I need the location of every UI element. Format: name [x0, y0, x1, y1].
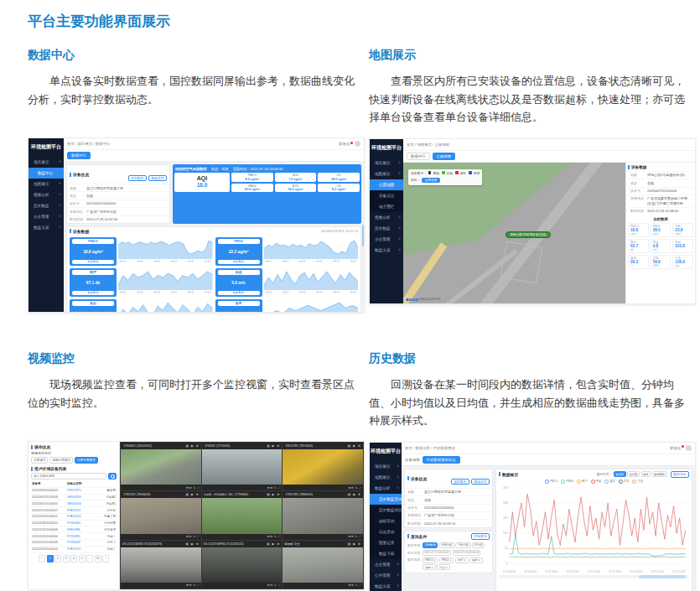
video-feed[interactable] — [202, 498, 283, 533]
chart-scrollbar-thumb[interactable] — [639, 575, 686, 578]
video-feed[interactable] — [283, 547, 363, 583]
data-type-button[interactable]: 小时均值 — [455, 542, 470, 548]
sidebar-item[interactable]: 电子围栏 — [370, 201, 403, 212]
data-pick-dropdown[interactable]: PM10 ∨ — [439, 557, 454, 563]
sidebar-item[interactable]: 地图展示˅ — [29, 179, 64, 189]
table-row[interactable]: 2021051101100008F7284649莞中二 — [31, 540, 117, 547]
page-button[interactable]: 5 — [79, 555, 86, 562]
data-type-button[interactable]: 实时数据 — [423, 542, 438, 548]
page-button[interactable]: 1 — [47, 555, 54, 562]
sidebar-item[interactable]: 设备点位 — [370, 190, 403, 201]
sidebar-item[interactable]: 数据分析˅ — [370, 483, 402, 494]
video-tile[interactable]: DS-2CD3T46FWD-I3 (5D345232)▤ ▶ ⊕标清↻⤢ — [202, 541, 283, 588]
date-to-input[interactable]: 2021-07-26 00:00:00 — [453, 550, 481, 556]
camera-video-zoom-icons[interactable]: ▤ ▶ ⊕ — [348, 444, 361, 448]
camera-video-zoom-icons[interactable]: ▤ ▶ ⊕ — [185, 493, 199, 496]
fullscreen-icon[interactable]: ⤢ — [197, 535, 200, 538]
page-button[interactable]: ‹ — [39, 555, 45, 562]
sidebar-item[interactable]: 项目展示˅ — [370, 158, 403, 168]
refresh-icon[interactable]: ↻ — [193, 486, 195, 490]
video-feed[interactable] — [121, 498, 201, 533]
video-feed[interactable] — [283, 498, 363, 533]
more-data-button[interactable]: 更多数据 — [218, 260, 260, 264]
fullscreen-icon[interactable]: ⤢ — [278, 486, 281, 490]
tab-data-center[interactable]: 数据中心 — [67, 152, 91, 159]
fullscreen-icon[interactable]: ⤢ — [197, 583, 200, 587]
camera-video-zoom-icons[interactable]: ▤ ▶ ⊕ — [348, 542, 361, 546]
refresh-icon[interactable]: ↻ — [274, 583, 277, 587]
dc-userbox[interactable]: 管理员 — [339, 141, 360, 147]
tab-active[interactable]: 公园地图 — [433, 153, 456, 160]
action-button[interactable]: 视频监控 — [471, 479, 490, 485]
more-data-button[interactable]: 更多数据 — [218, 291, 260, 295]
refresh-icon[interactable]: ↻ — [274, 535, 277, 538]
table-row[interactable]: 2021052801100001F7284463莞对外围 — [31, 521, 117, 527]
camera-video-zoom-icons[interactable]: ▤ ▶ ⊕ — [185, 444, 199, 448]
camera-video-zoom-icons[interactable]: ▤ ▶ ⊕ — [267, 493, 280, 496]
action-button[interactable]: 视频监控 — [148, 175, 167, 181]
table-row[interactable]: 2021060701100005GE564623内蒙B1 — [31, 500, 117, 507]
refresh-icon[interactable]: ↻ — [355, 583, 358, 587]
data-pick-dropdown[interactable]: 温度 ∨ — [469, 557, 483, 563]
legend-item[interactable]: PM10 — [561, 480, 573, 484]
legend-item[interactable]: 风速 — [591, 480, 602, 484]
camera-video-zoom-icons[interactable]: ▤ ▶ ⊕ — [348, 493, 361, 496]
page-button[interactable]: 3 — [63, 555, 70, 562]
sidebar-item[interactable]: 数据大屏˅ — [29, 222, 64, 233]
avatar[interactable] — [355, 141, 360, 147]
search-button[interactable] — [108, 473, 117, 480]
camera-video-zoom-icons[interactable]: ▤ ▶ ⊕ — [267, 542, 280, 546]
start-query-button[interactable]: 开始查询 — [471, 533, 490, 540]
display-mode-button[interactable]: 曲线图 — [614, 471, 626, 477]
sidebar-item[interactable]: 公共管理˅ — [370, 570, 402, 581]
all-devices-button[interactable]: 全部设备 — [422, 178, 439, 183]
video-feed[interactable] — [202, 547, 283, 583]
camera-video-zoom-icons[interactable]: ▤ ▶ ⊕ — [267, 444, 280, 448]
dc-scrollbar[interactable] — [362, 225, 364, 246]
camera-video-zoom-icons[interactable]: ▤ ▶ ⊕ — [185, 542, 199, 546]
sidebar-item[interactable]: 公园地图 — [370, 179, 403, 190]
page-button[interactable]: 2 — [54, 555, 61, 562]
sidebar-item[interactable]: 历史数据对比 — [370, 505, 402, 516]
sidebar-item[interactable]: 地图展示˅ — [370, 168, 403, 179]
data-type-button[interactable]: 日均值 — [472, 542, 485, 548]
sidebar-item[interactable]: 报警记录 — [370, 537, 402, 548]
table-row[interactable]: 2021040101100001F7B12403中建三局 — [31, 514, 117, 521]
map-device-marker[interactable]: 湿地公园1号监测设备(在线) — [506, 231, 551, 238]
action-button[interactable]: 历史数据 — [128, 175, 147, 181]
sidebar-item[interactable]: 企业管理˅ — [370, 559, 402, 570]
refresh-icon[interactable]: ↻ — [274, 486, 277, 490]
fullscreen-icon[interactable]: ⤢ — [278, 583, 281, 587]
date-from-input[interactable]: 2021-07-19 00:00:00 — [423, 550, 451, 556]
page-button[interactable]: 15 — [95, 555, 101, 562]
data-pick-dropdown[interactable]: 噪声 ∨ — [455, 557, 469, 563]
refresh-icon[interactable]: ↻ — [193, 583, 195, 587]
video-tile[interactable]: 【784745】(78084034)▤ ▶ ⊕标清↻⤢ — [121, 491, 201, 539]
table-row[interactable]: 2021060701100008GE564563内蒙A2 — [31, 495, 117, 501]
sidebar-item[interactable]: 视频分析˅ — [370, 212, 403, 223]
layout-mode-button[interactable]: 九屏分屏模式 — [75, 457, 98, 464]
fullscreen-icon[interactable]: ⤢ — [359, 486, 361, 490]
fullscreen-icon[interactable]: ⤢ — [278, 535, 281, 538]
legend-item[interactable]: 气压 — [632, 480, 643, 484]
refresh-icon[interactable]: ↻ — [355, 486, 358, 490]
legend-item[interactable]: 温度 — [604, 480, 615, 484]
data-pick-dropdown[interactable]: 气压 ∨ — [437, 564, 450, 570]
more-data-button[interactable]: 更多数据 — [72, 291, 114, 295]
video-tile[interactable]: 南国豪门(王)▤ ▶ ⊕标清↻⤢ — [283, 541, 363, 588]
avatar[interactable] — [686, 445, 692, 451]
sidebar-item[interactable]: 超标查询 — [370, 516, 402, 526]
display-mode-button[interactable]: 表格 — [641, 471, 651, 477]
data-pick-dropdown[interactable]: PM2.5 ∨ — [423, 557, 438, 563]
sidebar-item[interactable]: 企业管理˅ — [370, 234, 403, 245]
video-feed[interactable] — [121, 547, 201, 583]
sidebar-item[interactable]: 企业管理˅ — [29, 211, 64, 222]
video-feed[interactable] — [202, 449, 283, 485]
table-row[interactable]: 2021060501100003F9D27875建设局 — [31, 488, 117, 495]
map-canvas[interactable]: 设备图示： 离线在线超标预警 操作： 全部设备 湿地公园1号监测设备(在线) — [403, 163, 625, 303]
table-row[interactable]: 2021053501100004F7284931南城一 — [31, 533, 117, 540]
sidebar-item[interactable]: 数据大屏˅ — [370, 581, 402, 591]
search-input[interactable] — [31, 473, 106, 480]
tab-item[interactable]: 数据中心 — [407, 153, 430, 160]
page-button[interactable]: › — [102, 555, 109, 562]
